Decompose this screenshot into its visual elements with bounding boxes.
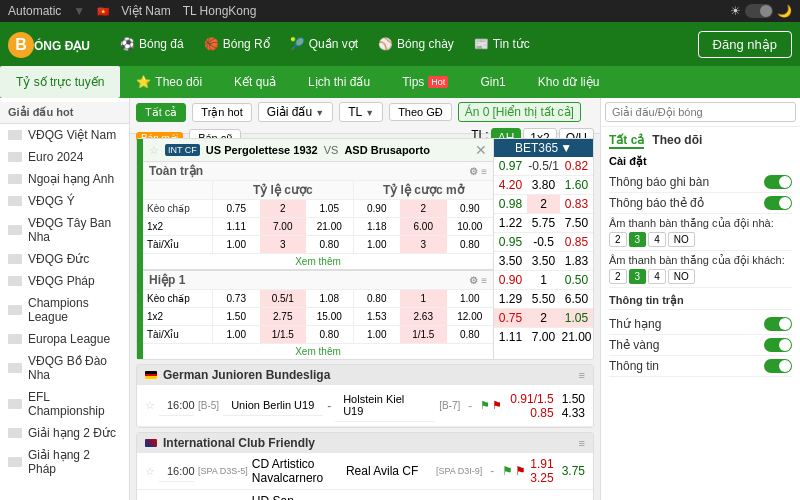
nav-quanvot[interactable]: 🎾Quần vợt	[280, 22, 368, 66]
nav-bongchay[interactable]: ⚾Bóng chày	[368, 22, 464, 66]
settings-tab-tatca[interactable]: Tất cả	[609, 133, 644, 149]
odds-group1: 0.75 2 1.05	[213, 200, 354, 217]
settings-row-thongTin: Thông tin	[609, 356, 792, 377]
timezone-label[interactable]: TL HongKong	[183, 4, 257, 18]
settings-icon[interactable]: ⚙ ≡	[469, 166, 487, 177]
theVang-label: Thẻ vàng	[609, 338, 659, 352]
flag-action2-icon[interactable]: ⚑	[492, 399, 502, 412]
tab-ty-so-truc-tuyen[interactable]: Tỷ số trực tuyến	[0, 66, 120, 98]
num-btn-no[interactable]: NO	[668, 232, 695, 247]
empty-header	[143, 181, 213, 199]
int-flag-icon	[145, 439, 157, 447]
odds-cell: 1.53	[354, 308, 401, 325]
nav-bongro[interactable]: 🏀Bóng Rổ	[194, 22, 280, 66]
filter-an0[interactable]: Án 0 [Hiển thị tất cả]	[458, 102, 581, 122]
thuHang-toggle[interactable]	[764, 317, 792, 331]
odds-cell: 15.00	[306, 308, 353, 325]
sidebar-item-europa-league[interactable]: Europa League	[0, 328, 129, 350]
filter-giai-dau[interactable]: Giải đấu ▼	[258, 102, 333, 122]
num-btn-2[interactable]: 2	[609, 232, 627, 247]
int-league-settings-icon[interactable]: ≡	[579, 437, 585, 449]
theme-switch[interactable]	[745, 4, 773, 18]
filter-tran-hot[interactable]: Trận hot	[192, 103, 251, 122]
sidebar-item-hang2-phap[interactable]: Giải hạng 2 Pháp	[0, 444, 129, 480]
bk-cell-hl: 1.05	[560, 309, 593, 327]
sidebar-item-hang2-duc[interactable]: Giải hạng 2 Đức	[0, 422, 129, 444]
close-match-icon[interactable]: ✕	[475, 142, 487, 158]
bk-cell: 3.80	[527, 176, 560, 194]
nav-tintuc[interactable]: 📰Tin tức	[464, 22, 540, 66]
odds-cell: 1.08	[306, 290, 353, 307]
german-league-header: German Junioren Bundesliga ≡	[137, 365, 593, 385]
seed2: [SPA D3I-9]	[436, 466, 482, 476]
thongTin-toggle[interactable]	[764, 359, 792, 373]
favorite-star-icon[interactable]: ☆	[145, 399, 155, 412]
sidebar-item-euro[interactable]: Euro 2024	[0, 146, 129, 168]
flag-de2-icon	[8, 428, 22, 438]
flag-de-icon	[8, 254, 22, 264]
match-card-header: ☆ INT CF US Pergolettese 1932 VS ASD Bru…	[143, 139, 493, 162]
odds-val2: 0.85	[530, 406, 553, 420]
bk-odds-row: 0.98 2 0.83	[494, 195, 593, 214]
favorite-star-icon[interactable]: ☆	[149, 144, 159, 157]
search-input[interactable]	[605, 102, 796, 122]
table-row: Kèo chấp 0.75 2 1.05 0.90 2 0.90	[143, 200, 493, 218]
nav-bongda[interactable]: ⚽Bóng đá	[110, 22, 194, 66]
tab-ket-qua[interactable]: Kết quả	[218, 66, 292, 98]
row-label: Tài/Xỉu	[143, 236, 213, 253]
favorite-star-icon[interactable]: ☆	[145, 465, 155, 478]
tab-theo-doi[interactable]: ⭐Theo dõi	[120, 66, 218, 98]
thedo-toggle[interactable]	[764, 196, 792, 210]
odds-cell: 0.90	[354, 200, 401, 217]
filter-tl[interactable]: TL ▼	[339, 102, 383, 122]
home-team: UD San Sebastian Reyes	[252, 494, 332, 500]
num-btn-4k[interactable]: 4	[648, 269, 666, 284]
sidebar-item-vdqg-y[interactable]: VĐQG Ý	[0, 190, 129, 212]
tab-tips[interactable]: Tips Hot	[386, 66, 464, 98]
dark-mode-toggle[interactable]: ☀ 🌙	[730, 4, 792, 18]
settings-tab-theodoi[interactable]: Theo dõi	[652, 133, 702, 149]
view-more-h1-link[interactable]: Xem thêm	[143, 344, 493, 359]
num-btn-3[interactable]: 3	[629, 232, 647, 247]
seed-label2: [B-7]	[439, 400, 460, 411]
bk-cell: 0.95	[494, 233, 527, 251]
dropdown-icon[interactable]: ▼	[560, 141, 572, 155]
sidebar-item-vdqg-duc[interactable]: VĐQG Đức	[0, 248, 129, 270]
sidebar-item-vdqg-phap[interactable]: VĐQG Pháp	[0, 270, 129, 292]
tab-gin1[interactable]: Gin1	[464, 66, 521, 98]
row-label: 1x2	[143, 218, 213, 235]
odds-cell: 0.80	[447, 236, 494, 253]
odds-v2: 3.25	[530, 471, 553, 485]
odds-cell-hl: 3	[260, 236, 307, 253]
int-badge: INT CF	[165, 144, 200, 156]
sidebar-item-efl[interactable]: EFL Championship	[0, 386, 129, 422]
country-label[interactable]: Việt Nam	[121, 4, 170, 18]
flag-icon2[interactable]: ⚑	[515, 464, 526, 478]
flag-action-icon[interactable]: ⚑	[480, 399, 490, 412]
sidebar-item-vdqg-vn[interactable]: VĐQG Việt Nam	[0, 124, 129, 146]
filter-tat-ca[interactable]: Tất cả	[136, 103, 186, 122]
view-more-link[interactable]: Xem thêm	[143, 254, 493, 269]
tab-kho-du-lieu[interactable]: Kho dữ liệu	[522, 66, 616, 98]
filter-theo-go[interactable]: Theo GĐ	[389, 103, 452, 121]
sidebar-item-vdqg-tbn[interactable]: VĐQG Tây Ban Nha	[0, 212, 129, 248]
flag-icon1[interactable]: ⚑	[502, 464, 513, 478]
hiep1-settings-icon[interactable]: ⚙ ≡	[469, 275, 487, 286]
num-btn-4[interactable]: 4	[648, 232, 666, 247]
mode-label[interactable]: Automatic	[8, 4, 61, 18]
bk-cell: -0.5	[527, 233, 560, 251]
flag-cl-icon	[8, 305, 22, 315]
moon-icon: 🌙	[777, 4, 792, 18]
sidebar-item-vdqg-bdn[interactable]: VĐQG Bồ Đào Nha	[0, 350, 129, 386]
ghiban-toggle[interactable]	[764, 175, 792, 189]
num-btn-nok[interactable]: NO	[668, 269, 695, 284]
login-button[interactable]: Đăng nhập	[698, 31, 792, 58]
tab-lich-thi-dau[interactable]: Lịch thi đấu	[292, 66, 386, 98]
theVang-toggle[interactable]	[764, 338, 792, 352]
doinha-num-btns: 2 3 4 NO	[609, 232, 792, 247]
sidebar-item-ngoai-hang-anh[interactable]: Ngoại hạng Anh	[0, 168, 129, 190]
sidebar-item-champions-league[interactable]: Champions League	[0, 292, 129, 328]
num-btn-3k[interactable]: 3	[629, 269, 647, 284]
league-settings-icon[interactable]: ≡	[579, 369, 585, 381]
num-btn-2k[interactable]: 2	[609, 269, 627, 284]
